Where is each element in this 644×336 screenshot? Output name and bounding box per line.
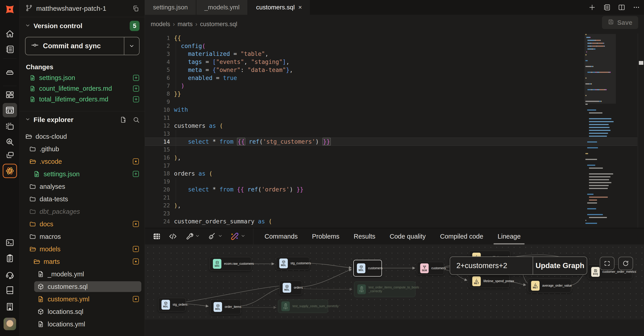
changed-file-row[interactable]: total_lifetime_orders.md+ [20,94,145,105]
tree-item--models-yml[interactable]: _models.yml [20,268,145,280]
save-button[interactable]: Save [602,16,638,29]
code-line-23[interactable]: 23 [145,209,644,217]
version-control-header[interactable]: Version control 5 [20,19,145,33]
fullscreen-button[interactable] [600,257,614,270]
tree-item-docs-cloud[interactable]: docs-cloud [20,130,145,143]
activity-item-query-insights-icon[interactable] [3,135,17,149]
code-line-9[interactable]: 9 [145,98,644,106]
lineage-node-order_items[interactable]: MDLorder_items [210,300,241,314]
activity-item-home-icon[interactable] [3,27,17,41]
copy-branch-button[interactable] [132,5,139,12]
panel-tab-problems[interactable]: Problems [305,228,346,244]
breadcrumb-models[interactable]: models [151,21,170,28]
tree-item-locations-sql[interactable]: locations.sql [20,305,145,318]
copilot-sparkle-icon[interactable] [230,232,246,241]
code-line-8[interactable]: 8}} [145,90,644,98]
lineage-node-stg_orders[interactable]: MDLstg_orders [158,298,186,312]
notebook-icon[interactable] [603,4,610,11]
lineage-node-test_order_items_compute_to_bools_correctly[interactable]: TSTtest_order_items_compute_to_bools _co… [354,282,416,297]
panel-tab-commands[interactable]: Commands [258,228,305,244]
code-line-15[interactable]: 15 [145,146,644,154]
panel-tab-compiled-code[interactable]: Compiled code [433,228,490,244]
code-line-14[interactable]: 14 select * from {{ ref('stg_customers')… [145,138,644,146]
chevron-down-icon[interactable] [240,234,246,239]
activity-item-atom-icon[interactable] [3,164,17,178]
code-icon[interactable] [168,232,177,241]
tree-item-locations-yml[interactable]: locations.yml [20,318,145,331]
stage-file-button[interactable]: + [133,86,139,92]
lineage-node-stg_customers[interactable]: MDLstg_customers [276,257,310,270]
code-line-18[interactable]: 18orders as ( [145,170,644,178]
tab--models-yml[interactable]: _models.yml [196,0,248,15]
tree-item-dbt-packages[interactable]: dbt_packages [20,205,145,218]
split-view-icon[interactable] [618,4,625,11]
panel-tab-lineage[interactable]: Lineage [490,228,528,244]
tab-customers-sql[interactable]: customers.sql× [248,0,310,15]
lineage-node-average_order_value[interactable]: METaverage_order_value [528,279,571,293]
commit-options-chevron[interactable] [124,37,139,55]
lineage-node-ecom_raw_customers[interactable]: SRCecom.raw_customers [210,257,251,271]
code-line-5[interactable]: 5 meta = {"owner": "data-team"}, [145,66,644,74]
broom-icon[interactable] [208,232,223,241]
changed-file-row[interactable]: settings.json+ [20,72,145,83]
modified-indicator-badge[interactable] [133,221,139,227]
modified-indicator-badge[interactable] [133,246,139,252]
refresh-graph-button[interactable] [618,257,633,270]
user-avatar[interactable] [4,318,16,330]
lineage-canvas[interactable]: SRCecom.raw_customersMDLstg_customersMDL… [145,244,644,320]
tree-item-marts[interactable]: marts [20,255,145,268]
file-explorer-header[interactable]: File explorer [20,113,145,127]
tree-item-data-tests[interactable]: data-tests [20,193,145,205]
activity-item-stack-trays-icon[interactable] [3,64,17,79]
commit-and-sync-button[interactable]: Commit and sync [25,37,140,55]
stage-file-button[interactable]: + [133,171,139,177]
dbt-logo[interactable] [0,3,20,16]
new-file-button[interactable] [120,116,126,123]
panel-tab-results[interactable]: Results [346,228,382,244]
results-table-icon[interactable] [152,232,161,241]
tree-item-customers-sql[interactable]: customers.sql [20,280,145,293]
tree-item-docs[interactable]: docs [20,218,145,230]
search-files-button[interactable] [133,116,140,123]
code-line-7[interactable]: 7 ) [145,82,644,90]
git-branch-row[interactable]: matthewshaver-patch-1 [20,0,145,17]
stage-file-button[interactable]: + [133,96,139,102]
code-line-16[interactable]: 16), [145,154,644,162]
activity-item-dashboard-grid-icon[interactable] [3,88,17,102]
plus-icon[interactable] [588,4,596,11]
wrench-icon[interactable] [185,232,200,241]
activity-item-clipboard-icon[interactable] [3,251,17,265]
lineage-node-customers_semantic[interactable]: SEMcustomers [417,262,444,275]
update-graph-button[interactable]: Update Graph [533,257,587,274]
ellipsis-icon[interactable] [633,4,640,11]
lineage-node-test_supply_costs_sum_correctly[interactable]: TSTtest_supply_costs_sum_correctly [278,300,328,313]
code-line-13[interactable]: 13 [145,130,644,138]
code-line-10[interactable]: 10with [145,106,644,114]
code-line-11[interactable]: 11 [145,114,644,122]
chevron-down-icon[interactable] [218,234,223,239]
activity-item-headset-icon[interactable] [3,267,17,282]
lineage-node-lifetime_spend_pretax[interactable]: METlifetime_spend_pretax [469,275,510,288]
activity-item-docs-book-icon[interactable] [3,283,17,297]
code-line-20[interactable]: 20 select * from {{ ref('orders') }} [145,185,644,193]
activity-item-code-editor-icon[interactable] [3,103,17,117]
activity-item-terminal-icon[interactable] [3,236,17,250]
breadcrumb-file[interactable]: customers.sql [200,21,238,28]
code-line-4[interactable]: 4 tags = ["events", "staging"], [145,58,644,66]
modified-indicator-badge[interactable] [133,296,139,302]
activity-item-windows-multi-icon[interactable] [3,148,17,162]
lineage-node-orders[interactable]: MDLorders [279,281,302,295]
code-line-22[interactable]: 22), [145,202,644,210]
activity-item-notebook-icon[interactable] [3,42,17,56]
code-line-19[interactable]: 19 [145,178,644,186]
code-line-3[interactable]: 3 materialized = "table", [145,50,644,58]
code-line-21[interactable]: 21 [145,193,644,202]
code-editor[interactable]: 1{{2 config(3 materialized = "table",4 t… [145,33,644,228]
tree-item-customers-yml[interactable]: customers.yml [20,293,145,305]
code-line-1[interactable]: 1{{ [145,34,644,42]
activity-item-building-icon[interactable] [3,300,17,314]
tree-item-analyses[interactable]: analyses [20,180,145,193]
lineage-node-customers_model[interactable]: MDLcustomers [353,260,382,277]
code-line-17[interactable]: 17 [145,162,644,170]
modified-indicator-badge[interactable] [133,259,139,265]
